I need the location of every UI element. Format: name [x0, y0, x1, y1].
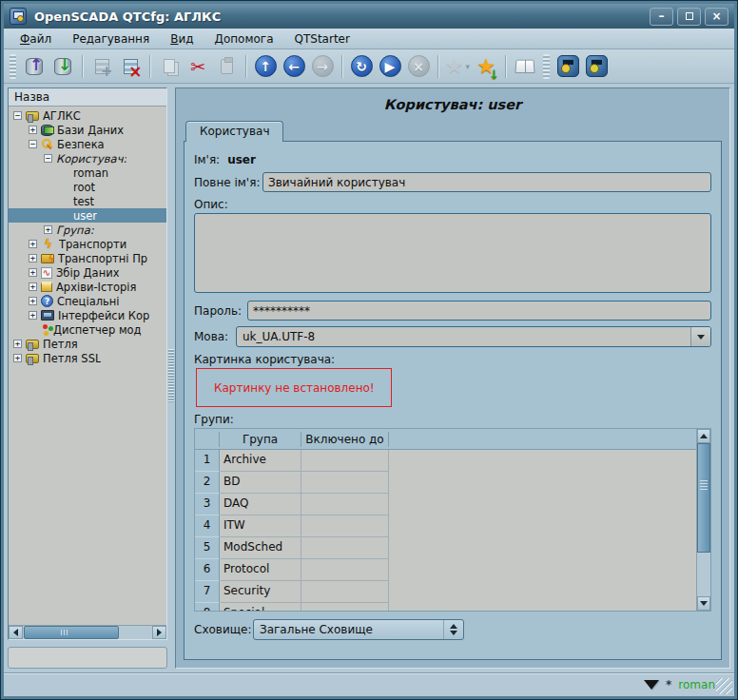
tab-user[interactable]: Користувач: [185, 121, 283, 142]
combo-arrow-button[interactable]: [690, 327, 710, 346]
group-cell[interactable]: ModSched: [220, 537, 301, 559]
column-header[interactable]: Включено до: [301, 432, 389, 447]
menu-item-file[interactable]: Файл: [10, 30, 62, 48]
scroll-left-button[interactable]: [9, 626, 23, 639]
save-to-db-button[interactable]: [49, 52, 77, 81]
go-back-button[interactable]: ←: [280, 52, 308, 81]
cut-item-button[interactable]: ✂: [184, 52, 212, 81]
expand-toggle[interactable]: +: [29, 254, 37, 262]
included-cell[interactable]: [301, 494, 389, 515]
expand-toggle[interactable]: +: [44, 225, 52, 234]
group-cell[interactable]: BD: [220, 472, 301, 494]
tree-item[interactable]: −Безпека: [9, 137, 166, 151]
expand-toggle[interactable]: +: [13, 340, 22, 348]
included-cell[interactable]: [301, 472, 389, 494]
table-row[interactable]: 2BD: [195, 472, 696, 494]
toolbar-handle[interactable]: [543, 54, 550, 79]
add-favorite-button[interactable]: ★: [472, 52, 500, 81]
column-header[interactable]: [195, 432, 220, 447]
scroll-right-button[interactable]: [152, 626, 166, 639]
table-vertical-scrollbar[interactable]: [696, 429, 710, 611]
delete-item-button[interactable]: [116, 52, 145, 81]
manual-button[interactable]: [511, 52, 539, 81]
included-cell[interactable]: [301, 603, 389, 611]
maximize-icon: [686, 12, 693, 20]
tree-item[interactable]: +Петля: [9, 337, 166, 351]
tree-item[interactable]: +Бази Даних: [9, 123, 166, 137]
tree-item[interactable]: +Транспорти: [9, 237, 166, 251]
expand-toggle[interactable]: +: [29, 126, 37, 134]
tree-item[interactable]: −Користувач:: [9, 151, 166, 165]
menu-item-edit[interactable]: Редагування: [62, 30, 160, 48]
tree-item[interactable]: +Архіви-Історія: [9, 280, 166, 294]
close-button[interactable]: ×: [705, 8, 728, 26]
expand-toggle[interactable]: +: [29, 311, 37, 320]
tree-item[interactable]: −АГЛКС: [9, 108, 166, 123]
fullname-input[interactable]: [262, 172, 711, 192]
table-row[interactable]: 6Protocol: [195, 559, 696, 581]
resize-grip[interactable]: [716, 678, 732, 694]
minimize-button[interactable]: –: [650, 8, 673, 26]
included-cell[interactable]: [301, 537, 389, 559]
password-input[interactable]: [247, 301, 711, 321]
description-textarea[interactable]: [194, 213, 711, 293]
load-from-db-button[interactable]: [20, 52, 49, 81]
expand-toggle[interactable]: +: [29, 282, 37, 291]
qtcfg-module-button[interactable]: [554, 52, 582, 81]
table-row[interactable]: 5ModSched: [195, 537, 696, 559]
tree-item[interactable]: roman: [9, 165, 166, 180]
expand-toggle[interactable]: +: [29, 297, 37, 305]
group-cell[interactable]: Protocol: [220, 559, 301, 581]
vision-module-button[interactable]: [582, 52, 611, 81]
language-combo[interactable]: uk_UA.UTF-8: [236, 326, 711, 347]
tree-item[interactable]: +Транспортні Пр: [9, 251, 166, 265]
table-row[interactable]: 1Archive: [195, 450, 696, 472]
tree-search-input[interactable]: [8, 647, 167, 669]
go-up-button[interactable]: ↑: [251, 52, 280, 81]
included-cell[interactable]: [301, 450, 389, 472]
tree-item[interactable]: +Спеціальні: [9, 294, 166, 308]
tree-item[interactable]: +Інтерфейси Кор: [9, 308, 166, 322]
tree-horizontal-scrollbar[interactable]: [9, 625, 166, 639]
collapse-toggle[interactable]: −: [13, 111, 22, 120]
expand-toggle[interactable]: +: [29, 240, 37, 248]
included-cell[interactable]: [301, 559, 389, 581]
included-cell[interactable]: [301, 581, 389, 603]
table-row[interactable]: 3DAQ: [195, 494, 696, 515]
expand-toggle[interactable]: +: [13, 354, 22, 362]
column-header[interactable]: Група: [220, 432, 301, 447]
collapse-toggle[interactable]: −: [44, 154, 52, 163]
group-cell[interactable]: DAQ: [220, 494, 301, 515]
menu-item-view[interactable]: Вид: [160, 30, 204, 48]
refresh-button[interactable]: ↻: [347, 52, 376, 81]
expand-toggle[interactable]: +: [29, 268, 37, 277]
scroll-down-button[interactable]: [697, 596, 710, 611]
tree-item[interactable]: +Петля SSL: [9, 351, 166, 365]
menu-item-qtstarter[interactable]: QTStarter: [284, 30, 360, 48]
table-row[interactable]: 8Special: [195, 603, 696, 611]
tree-item[interactable]: Диспетчер мод: [9, 322, 166, 337]
maximize-button[interactable]: [677, 8, 701, 26]
storage-combo[interactable]: Загальне Сховище: [253, 619, 464, 640]
scroll-up-button[interactable]: [697, 429, 710, 443]
group-cell[interactable]: Security: [220, 581, 301, 603]
menu-item-help[interactable]: Допомога: [204, 30, 284, 48]
included-cell[interactable]: [301, 515, 389, 537]
collapse-toggle[interactable]: −: [29, 140, 37, 148]
panel-splitter[interactable]: [167, 88, 175, 669]
group-cell[interactable]: ITW: [220, 515, 301, 537]
toolbar-handle[interactable]: [10, 54, 16, 79]
combo-spin-button[interactable]: [443, 620, 463, 639]
start-button[interactable]: ▶: [376, 52, 404, 81]
tree-item[interactable]: user: [9, 208, 166, 223]
table-row[interactable]: 7Security: [195, 581, 696, 603]
group-cell[interactable]: Archive: [220, 450, 301, 472]
tree-item[interactable]: +Група:: [9, 223, 166, 237]
tree-item[interactable]: test: [9, 194, 166, 208]
group-cell[interactable]: Special: [220, 603, 301, 611]
tree-item[interactable]: root: [9, 180, 166, 194]
scrollbar-thumb[interactable]: [697, 443, 710, 553]
table-row[interactable]: 4ITW: [195, 515, 696, 537]
tree-item[interactable]: +Збір Даних: [9, 265, 166, 280]
scrollbar-thumb[interactable]: [24, 626, 119, 639]
